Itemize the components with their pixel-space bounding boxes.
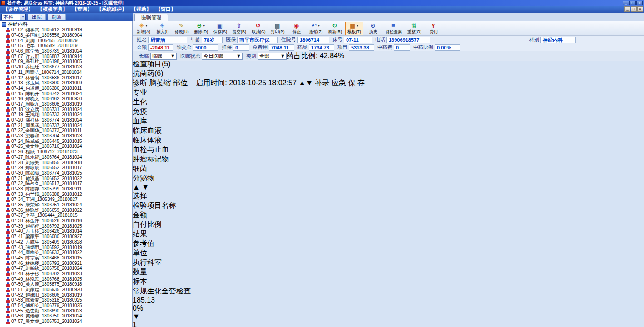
mdi-minimize-button[interactable]: _ xyxy=(624,6,630,12)
patient-item[interactable]: 07-15_陈豹开_1806742_20181024 xyxy=(0,91,132,96)
patient-item[interactable]: 07-30_陈如璋_1806774_20181025 xyxy=(0,171,132,176)
specialty-item[interactable]: 细菌 xyxy=(133,164,644,174)
menu-item[interactable]: 【查询】 xyxy=(70,6,94,13)
patient-item[interactable]: 07-31_赖汉基_1806652_20181022 xyxy=(0,176,132,181)
patient-item[interactable]: 07-57_吴文虎_1806753_20181024 xyxy=(0,319,132,324)
specialty-scrollbar[interactable]: ▲ ▼ xyxy=(133,183,644,191)
delete-button[interactable]: ⊖ ▼ 删除(D) xyxy=(192,22,211,35)
discharge-button[interactable]: 出院 xyxy=(28,14,46,20)
patient-item[interactable]: 07-09_高孔柱_1806198_20181005 xyxy=(0,59,132,64)
patient-item[interactable]: 07-46_林德楼_1805792_20180921 xyxy=(0,260,132,266)
rearrange-button[interactable]: ⇅ 重整(O) xyxy=(405,22,424,35)
specialty-item[interactable]: 生化 xyxy=(133,98,644,107)
patient-item[interactable]: 07-26_程跃_1806712_20181023 xyxy=(0,149,132,155)
patient-item[interactable]: 07-05_毛军_1806589_20181019 xyxy=(0,43,132,49)
exec-dept-select[interactable]: ▼ xyxy=(133,312,140,320)
patient-item[interactable]: 07-27_陈永福_1806764_20181024 xyxy=(0,155,132,160)
scroll-down-icon[interactable]: ▼ xyxy=(142,183,149,191)
menu-item[interactable]: 【系统维护】 xyxy=(94,6,129,13)
patient-item[interactable]: 07-56_黄倦馨_1806750_20181024 xyxy=(0,313,132,319)
patient-item[interactable]: 07-14_何道通_1806386_20181011 xyxy=(0,86,132,91)
patient-item[interactable]: 07-02_骆学武_1805912_20180919 xyxy=(0,27,132,33)
patient-item[interactable]: 07-52_赵娥旧_1806606_20181019 xyxy=(0,292,132,298)
print-button[interactable]: ▤ 打印(P) xyxy=(269,22,287,35)
menu-item[interactable]: 【帮助】 xyxy=(129,6,154,13)
patient-item[interactable]: 07-33_陈德存_1805799_20180911 xyxy=(0,186,132,192)
insert-button[interactable]: ✳ 插入(I) xyxy=(154,22,172,35)
patient-item[interactable]: 07-23_梁春和_1806704_20181023 xyxy=(0,133,132,139)
patient-item[interactable]: 07-20_潘祥林_1806774_20181024 xyxy=(0,117,132,123)
patient-item[interactable]: 07-44_唐梅英_1806633_20181022 xyxy=(0,250,132,255)
patient-item[interactable]: 07-42_方腾生_1805409_20180828 xyxy=(0,239,132,245)
submit-button[interactable]: ⇧ 提交(B) xyxy=(230,22,248,35)
modify-button[interactable]: ✎ 修改(U) xyxy=(173,22,191,35)
template-button[interactable]: ▦ ▼ 模板(T) xyxy=(345,22,363,35)
patient-item[interactable]: 07-50_黄人原_1805875_20180918 xyxy=(0,282,132,287)
maximize-button[interactable]: □ xyxy=(629,1,636,5)
patient-item[interactable]: 07-17_周贩九_1806608_20181019 xyxy=(0,102,132,107)
cancel-button[interactable]: ↺ 取消(C) xyxy=(249,22,268,35)
patient-item[interactable]: 07-32_陈占久_1806517_20181017 xyxy=(0,181,132,186)
patient-item[interactable]: 07-28_刘隈美_1805855_20180918 xyxy=(0,160,132,165)
patient-item[interactable]: 07-19_王鸿翔_1806733_20181024 xyxy=(0,112,132,117)
patient-item[interactable]: 07-45_陈宗宸_1806468_20181015 xyxy=(0,255,132,261)
patient-item[interactable]: 07-21_周凤涵_1806737_20181024 xyxy=(0,122,132,128)
longterm-temp-select[interactable]: 临嘱 ▼ xyxy=(150,53,177,60)
patient-item[interactable]: 07-12_林晋润_1806536_20181017 xyxy=(0,75,132,80)
patient-item[interactable]: 07-22_全国华_1806373_20181011 xyxy=(0,128,132,133)
patient-item[interactable]: 07-13_张玉凤_1806300_20181009 xyxy=(0,80,132,86)
category-select[interactable]: 全部 ▼ xyxy=(258,53,287,60)
minimize-button[interactable]: _ xyxy=(623,1,629,5)
patient-item[interactable]: 07-33_何兰娥_1806388_20181012 xyxy=(0,191,132,197)
patient-item[interactable]: 07-41_梁家平_1806080_20180927 xyxy=(0,234,132,239)
patient-item[interactable]: 07-24_陈威威_1806445_20181015 xyxy=(0,138,132,144)
order-status-select[interactable]: 今日医嘱 ▼ xyxy=(202,53,243,60)
specialty-item[interactable]: 临床血液 xyxy=(133,126,644,136)
patient-item[interactable]: 07-36_林隐舒_1806659_20181022 xyxy=(0,207,132,213)
tab-order-management[interactable]: 医嘱管理 xyxy=(134,14,168,21)
path-orders-button[interactable]: ≡ 路径医嘱 xyxy=(383,22,404,35)
department-select[interactable]: 本科 ▼ xyxy=(1,14,26,20)
mdi-restore-button[interactable]: □ xyxy=(631,6,637,12)
menu-item[interactable]: 【诊疗管理】 xyxy=(1,6,35,13)
patient-item[interactable]: 07-06_陈学敦_1806739_20181024 xyxy=(0,49,132,54)
patient-item[interactable]: 07-34_于洲_1805349_20180827 xyxy=(0,197,132,202)
specialty-item[interactable]: 血库 xyxy=(133,117,644,126)
lab-row[interactable]: 常规生化全套检查 185.13 0% ▼ 1 ▼ xyxy=(133,287,644,327)
patient-item[interactable]: 07-54_傅相英_1806779_20181025 xyxy=(0,303,132,308)
patient-item[interactable]: 07-43_张炳用_1806592_20181019 xyxy=(0,244,132,250)
patient-item[interactable]: 07-03_姜国剑_1805556_20180904 xyxy=(0,33,132,38)
refresh-list-button[interactable]: 刷新 xyxy=(48,14,66,20)
spinner-control[interactable]: ▲▼ xyxy=(298,79,313,87)
patient-item[interactable]: 07-38_林金仟_1806526_20181016 xyxy=(0,218,132,224)
patient-item[interactable]: 07-51_刘家煌_1805935_20180920 xyxy=(0,287,132,293)
refresh-button[interactable]: ↻ 刷新(R) xyxy=(326,22,345,35)
specialty-item[interactable]: 免疫 xyxy=(133,107,644,117)
specialty-item[interactable]: 分泌物 xyxy=(133,174,644,183)
menu-item[interactable]: 【窗口】 xyxy=(154,6,178,13)
patient-item[interactable]: 07-53_陈素麦_1805318_20180925 xyxy=(0,298,132,303)
stop-button[interactable]: ◉ 停止 xyxy=(288,22,306,35)
specialty-item[interactable]: 临床体液 xyxy=(133,136,644,145)
patient-item[interactable]: 07-40_方玉枝_1806426_20181014 xyxy=(0,229,132,234)
patient-item[interactable]: 07-16_郑晓文_1806162_20180930 xyxy=(0,96,132,102)
save-button[interactable]: ▣ 保存(S) xyxy=(211,22,229,35)
mdi-close-button[interactable]: × xyxy=(637,6,643,12)
patient-item[interactable]: 07-39_赵稻程_1806792_20181025 xyxy=(0,223,132,229)
scroll-up-icon[interactable]: ▲ xyxy=(133,183,140,191)
start-time-input[interactable]: 2018-10-25 18:02:57 ▲▼ xyxy=(229,79,315,87)
undo-button[interactable]: ↶ ▼ 撤销(Z) xyxy=(307,22,325,35)
save-lab-order-button[interactable]: 保 存 xyxy=(348,79,364,87)
new-button[interactable]: ✳ ▼ 新增(A) xyxy=(134,22,153,35)
patient-item[interactable]: 07-47_刘腕钦_1806758_20181024 xyxy=(0,266,132,271)
patient-item[interactable]: 07-04_刘润_1805455_20180829 xyxy=(0,38,132,43)
patient-item[interactable]: 07-37_李琴_1806444_20181015 xyxy=(0,213,132,218)
patient-item[interactable]: 07-18_沈立偶_1806731_20181024 xyxy=(0,107,132,112)
fees-button[interactable]: ¥ 费用 xyxy=(425,22,443,35)
history-button[interactable]: ⊙ 历史 xyxy=(364,22,382,35)
diagnosis-input[interactable]: 脑萎缩 xyxy=(149,79,171,87)
patient-item[interactable]: 07-49_林泓民_1806768_20181025 xyxy=(0,276,132,282)
tab-antibiotics[interactable]: 抗菌药(6) xyxy=(133,69,644,78)
tree-root-department[interactable]: 神经内科 xyxy=(0,21,132,27)
patient-item[interactable]: 07-29_郑咏辰_1806552_20181017 xyxy=(0,165,132,171)
